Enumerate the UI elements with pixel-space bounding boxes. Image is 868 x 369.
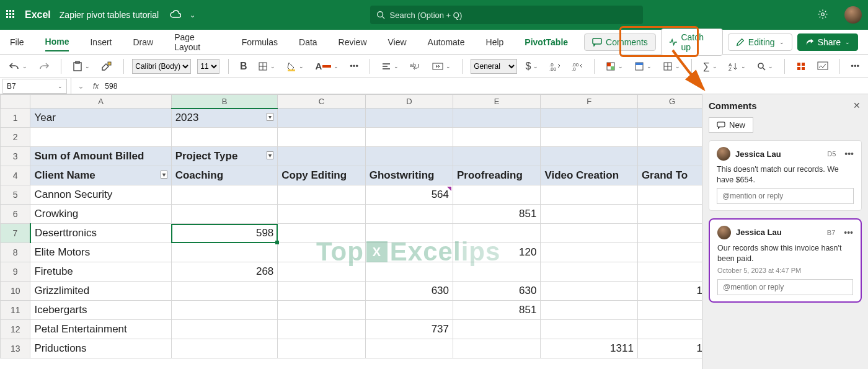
cell-E8[interactable]: 120 <box>453 243 541 262</box>
select-all-corner[interactable] <box>1 95 30 109</box>
row-header[interactable]: 5 <box>1 185 30 205</box>
cell-C7[interactable] <box>278 224 365 243</box>
comment-cell-ref[interactable]: B7 <box>827 229 835 236</box>
cell-D9[interactable] <box>365 262 453 282</box>
cell-F11[interactable] <box>541 301 638 320</box>
comments-button[interactable]: Comments <box>584 33 656 51</box>
comment-reply-input[interactable] <box>717 279 853 295</box>
cell-A6[interactable]: Crowking <box>30 205 171 224</box>
tab-formulas[interactable]: Formulas <box>242 33 278 51</box>
font-size-select[interactable]: 11 <box>197 59 219 74</box>
cell-E6[interactable]: 851 <box>453 205 541 224</box>
editing-button[interactable]: Editing ⌄ <box>728 33 792 51</box>
cell-G4[interactable]: Grand To <box>637 166 702 185</box>
cell-A5[interactable]: Cannon Security <box>30 185 171 205</box>
col-header-g[interactable]: G <box>637 95 702 109</box>
sort-filter-button[interactable]: AZ⌄ <box>726 61 748 72</box>
cell-C13[interactable] <box>278 339 365 358</box>
cell-B7[interactable]: 598 <box>171 224 278 243</box>
more-font-button[interactable]: ••• <box>347 60 361 72</box>
row-header[interactable]: 3 <box>1 147 30 166</box>
cell-A7[interactable]: Deserttronics <box>30 224 171 243</box>
row-header[interactable]: 8 <box>1 243 30 262</box>
fill-color-button[interactable]: ⌄ <box>284 60 306 73</box>
analyze-button[interactable] <box>815 60 831 73</box>
font-select[interactable]: Calibri (Body) <box>132 59 191 74</box>
merge-button[interactable]: ⌄ <box>430 61 453 72</box>
cell-G13[interactable]: 1 <box>637 339 702 358</box>
tab-home[interactable]: Home <box>45 33 69 51</box>
col-header-e[interactable]: E <box>453 95 541 109</box>
cell-E1[interactable] <box>453 109 541 128</box>
cell-G11[interactable] <box>637 301 702 320</box>
tab-data[interactable]: Data <box>299 33 317 51</box>
cell-A9[interactable]: Firetube <box>30 262 171 282</box>
row-header[interactable]: 1 <box>1 109 30 128</box>
cell-G1[interactable] <box>637 109 702 128</box>
increase-decimal-button[interactable]: .0.00 <box>547 61 563 72</box>
cell-C12[interactable] <box>278 320 365 339</box>
cell-F8[interactable] <box>541 243 638 262</box>
font-color-button[interactable]: A⌄ <box>312 60 341 73</box>
col-header-f[interactable]: F <box>541 95 638 109</box>
cell-G6[interactable] <box>637 205 702 224</box>
cell-B13[interactable] <box>171 339 278 358</box>
chevron-down-icon[interactable]: ⌄ <box>190 11 195 19</box>
cell-B1[interactable]: 2023▾ <box>171 109 278 128</box>
tab-pivottable[interactable]: PivotTable <box>525 33 568 51</box>
cell-E4[interactable]: Proofreading <box>453 166 541 185</box>
fx-icon[interactable]: fx <box>93 82 99 91</box>
gear-icon[interactable] <box>817 9 828 22</box>
row-header[interactable]: 12 <box>1 320 30 339</box>
cell-E7[interactable] <box>453 224 541 243</box>
comment-card[interactable]: Jessica LauD5•••This doesn't match our r… <box>709 140 862 211</box>
cell-E2[interactable] <box>453 128 541 147</box>
cell-D2[interactable] <box>365 128 453 147</box>
cell-C6[interactable] <box>278 205 365 224</box>
cell-F10[interactable] <box>541 282 638 301</box>
cell-F9[interactable] <box>541 262 638 282</box>
more-icon[interactable]: ••• <box>844 228 853 238</box>
formula-bar[interactable]: 598 <box>105 82 117 91</box>
cell-B9[interactable]: 268 <box>171 262 278 282</box>
cell-D4[interactable]: Ghostwriting <box>365 166 453 185</box>
cell-C10[interactable] <box>278 282 365 301</box>
cell-C8[interactable] <box>278 243 365 262</box>
cell-A8[interactable]: Elite Motors <box>30 243 171 262</box>
cell-E9[interactable] <box>453 262 541 282</box>
cell-C5[interactable] <box>278 185 365 205</box>
cell-C9[interactable] <box>278 262 365 282</box>
conditional-format-button[interactable]: ⌄ <box>603 60 626 73</box>
search-input[interactable]: Search (Option + Q) <box>370 6 643 24</box>
col-header-b[interactable]: B <box>171 95 278 109</box>
comment-reply-input[interactable] <box>717 188 854 204</box>
tab-draw[interactable]: Draw <box>133 33 153 51</box>
accounting-button[interactable]: $⌄ <box>523 60 541 73</box>
tab-review[interactable]: Review <box>339 33 367 51</box>
col-header-d[interactable]: D <box>365 95 453 109</box>
cell-A1[interactable]: Year <box>30 109 171 128</box>
fx-dropdown[interactable]: ⌄ <box>75 80 87 92</box>
find-button[interactable]: ⌄ <box>755 61 776 72</box>
col-header-a[interactable]: A <box>30 95 171 109</box>
cell-G9[interactable] <box>637 262 702 282</box>
cell-D10[interactable]: 630 <box>365 282 453 301</box>
cell-A10[interactable]: Grizzlimited <box>30 282 171 301</box>
row-header[interactable]: 7 <box>1 224 30 243</box>
col-header-c[interactable]: C <box>278 95 365 109</box>
cell-F6[interactable] <box>541 205 638 224</box>
cell-B2[interactable] <box>171 128 278 147</box>
cell-B12[interactable] <box>171 320 278 339</box>
cell-D11[interactable] <box>365 301 453 320</box>
cell-B5[interactable] <box>171 185 278 205</box>
format-table-button[interactable]: ⌄ <box>632 60 654 73</box>
more-icon[interactable]: ••• <box>844 149 854 159</box>
new-comment-button[interactable]: New <box>709 117 753 133</box>
app-launcher-icon[interactable] <box>6 10 16 20</box>
row-header[interactable]: 6 <box>1 205 30 224</box>
paste-button[interactable]: ⌄ <box>70 60 92 73</box>
name-box[interactable]: B7 ⌄ <box>2 79 67 94</box>
tab-help[interactable]: Help <box>486 33 504 51</box>
filter-icon[interactable]: ▾ <box>161 171 167 179</box>
cell-B4[interactable]: Coaching <box>171 166 278 185</box>
